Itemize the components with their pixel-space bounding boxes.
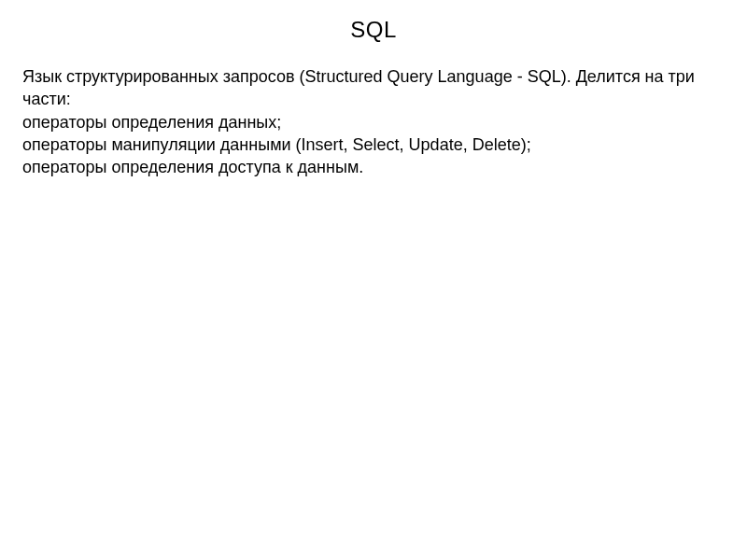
slide-title: SQL (22, 17, 725, 43)
list-item: операторы определения данных; (22, 111, 725, 133)
list-item: операторы определения доступа к данным. (22, 156, 725, 178)
list-item: операторы манипуляции данными (Insert, S… (22, 133, 725, 156)
slide: SQL Язык структурированных запросов (Str… (0, 0, 747, 560)
slide-body: Язык структурированных запросов (Structu… (22, 65, 725, 178)
intro-text: Язык структурированных запросов (Structu… (22, 65, 725, 111)
